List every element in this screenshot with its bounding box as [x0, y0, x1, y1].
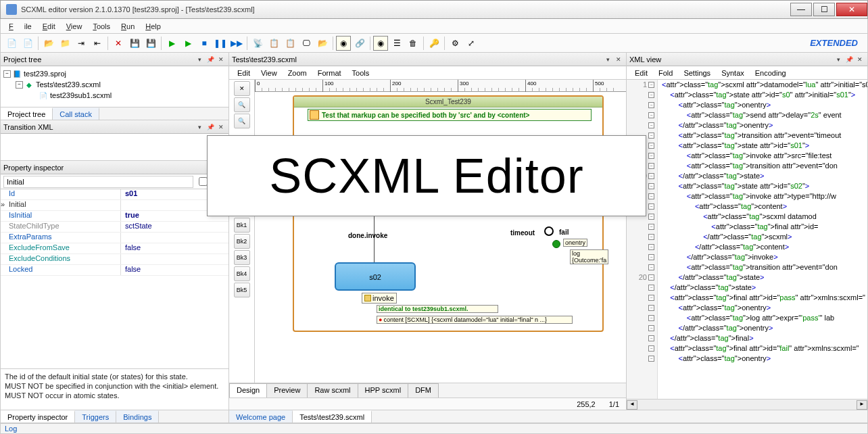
prop-key-initial[interactable]: Initial — [1, 200, 121, 210]
xml-editor[interactable]: 1−−−−−−−−−10−−−−−−−−−−20−−−−−−−−− <attr"… — [627, 80, 867, 399]
panel-dropdown-icon[interactable]: ▾ — [834, 55, 843, 64]
tab-triggers[interactable]: Triggers — [75, 410, 116, 423]
tab-current-file[interactable]: Tests\test239.scxml — [293, 410, 372, 423]
menu-run[interactable]: Run — [116, 21, 140, 32]
new-project-icon[interactable]: 📄 — [4, 36, 19, 51]
save-all-icon[interactable]: 💾 — [143, 36, 158, 51]
stop-icon[interactable]: ■ — [197, 36, 212, 51]
state-s02[interactable]: s02 — [335, 262, 416, 291]
log-tab[interactable]: Log — [0, 423, 868, 434]
maximize-button[interactable]: ☐ — [813, 3, 835, 16]
antenna-icon[interactable]: 📡 — [250, 36, 265, 51]
invoke-s02[interactable]: invoke — [362, 293, 397, 304]
tab-dfm[interactable]: DFM — [408, 383, 439, 397]
menu-help[interactable]: Help — [140, 21, 166, 32]
screen-icon[interactable]: 🖵 — [299, 36, 314, 51]
pause-icon[interactable]: ❚❚ — [213, 36, 228, 51]
annot-identical[interactable]: identical to test239sub1.scxml. — [377, 305, 498, 313]
folder-open-icon[interactable]: 📂 — [315, 36, 330, 51]
link-icon[interactable]: 🔗 — [352, 36, 367, 51]
menu-file[interactable]: File — [3, 21, 37, 32]
bookmark-2[interactable]: Bk2 — [234, 234, 250, 249]
xml-code-body[interactable]: <attr">class="tag">scxml attr">datamodel… — [658, 80, 867, 399]
search-icon[interactable]: 🔍 — [234, 97, 250, 112]
panel-pin-icon[interactable]: 📌 — [206, 122, 215, 132]
scroll-left-icon[interactable]: ◄ — [627, 400, 637, 410]
property-filter-input[interactable] — [3, 176, 193, 188]
export-icon[interactable]: ⇤ — [90, 36, 105, 51]
panel-pin-icon[interactable]: 📌 — [844, 55, 854, 64]
tab-bindings[interactable]: Bindings — [116, 410, 159, 423]
import-icon[interactable]: ⇥ — [74, 36, 89, 51]
xmenu-settings[interactable]: Settings — [678, 68, 716, 78]
filter-checkbox[interactable] — [199, 177, 208, 186]
tab-call-stack[interactable]: Call stack — [53, 107, 99, 120]
xmenu-fold[interactable]: Fold — [653, 68, 678, 78]
tab-welcome[interactable]: Welcome page — [229, 410, 293, 423]
property-grid[interactable]: Ids01 Initial IsInitialtrue StateChildTy… — [1, 189, 228, 369]
xmenu-encoding[interactable]: Encoding — [750, 68, 792, 78]
prop-val-excond[interactable] — [121, 254, 228, 264]
prop-key-exsave[interactable]: ExcludeFromSave — [1, 243, 121, 254]
center-icon[interactable]: ◉ — [336, 36, 351, 51]
bookmark-1[interactable]: Bk1 — [234, 218, 250, 233]
open-icon[interactable]: 📂 — [41, 36, 56, 51]
prop-val-sct[interactable]: sctState — [121, 222, 228, 232]
dmenu-view[interactable]: View — [256, 68, 283, 78]
xml-hscroll[interactable]: ◄ ► — [627, 399, 867, 410]
tree-item[interactable]: Tests\test239.scxml — [36, 80, 101, 89]
tab-hpp-scxml[interactable]: HPP scxml — [358, 383, 409, 397]
bookmark-5[interactable]: Bk5 — [234, 283, 250, 297]
prop-val-locked[interactable]: false — [121, 265, 228, 275]
trash-icon[interactable]: 🗑 — [406, 36, 420, 51]
tree-root[interactable]: test239.sproj — [24, 70, 66, 78]
prop-key-id[interactable]: Id — [1, 189, 121, 199]
save-icon[interactable]: 💾 — [127, 36, 142, 51]
step-icon[interactable]: ▶▶ — [229, 36, 244, 51]
key-icon[interactable]: 🔑 — [427, 36, 441, 51]
annot-content[interactable]: content [SCXML] {<scxml datamodel="lua" … — [377, 316, 573, 324]
panel-pin-icon[interactable]: 📌 — [206, 55, 215, 64]
close-button[interactable]: ✕ — [836, 3, 867, 16]
new-file-icon[interactable]: 📄 — [20, 36, 35, 51]
tab-project-tree[interactable]: Project tree — [1, 107, 53, 120]
panel-close-icon[interactable]: ✕ — [614, 55, 623, 64]
prop-key-excond[interactable]: ExcludeConditions — [1, 254, 121, 264]
dmenu-format[interactable]: Format — [312, 68, 347, 78]
prop-key-extra[interactable]: ExtraParams — [1, 233, 121, 243]
prop-key-sct[interactable]: StateChildType — [1, 222, 121, 232]
dmenu-zoom[interactable]: Zoom — [283, 68, 312, 78]
stack-icon[interactable]: ☰ — [389, 36, 404, 51]
scroll-right-icon[interactable]: ► — [857, 400, 867, 410]
prop-val-exsave[interactable]: false — [121, 243, 228, 254]
close-x-icon[interactable]: ✕ — [234, 81, 250, 96]
annot-log[interactable]: log {Outcome:'fa — [570, 249, 608, 264]
panel-close-icon[interactable]: ✕ — [855, 55, 865, 64]
dmenu-edit[interactable]: Edit — [232, 68, 256, 78]
annot-onentry[interactable]: onentry — [563, 239, 587, 247]
xmenu-syntax[interactable]: Syntax — [716, 68, 750, 78]
tree-item[interactable]: test239sub1.scxml — [50, 91, 112, 99]
center2-icon[interactable]: ◉ — [373, 36, 388, 51]
fail-final-state[interactable] — [544, 226, 554, 236]
run-icon[interactable]: ▶ — [164, 36, 179, 51]
prop-key-locked[interactable]: Locked — [1, 265, 121, 275]
prop-val-extra[interactable] — [121, 233, 228, 243]
transition-xml-body[interactable] — [1, 134, 228, 161]
bookmark-4[interactable]: Bk4 — [234, 266, 250, 281]
xmenu-edit[interactable]: Edit — [629, 68, 653, 78]
tab-raw-scxml[interactable]: Raw scxml — [307, 383, 358, 397]
tab-preview[interactable]: Preview — [266, 383, 308, 397]
copy-icon[interactable]: 📋 — [266, 36, 281, 51]
prop-key-isinitial[interactable]: IsInitial — [1, 211, 121, 221]
paste-icon[interactable]: 📋 — [283, 36, 297, 51]
menu-tools[interactable]: Tools — [87, 21, 116, 32]
tab-property-inspector[interactable]: Property inspector — [1, 410, 75, 423]
delete-icon[interactable]: ✕ — [111, 36, 126, 51]
tune-icon[interactable]: ⚙ — [448, 36, 462, 51]
panel-close-icon[interactable]: ✕ — [216, 55, 226, 64]
search2-icon[interactable]: 🔍 — [234, 114, 250, 128]
project-tree[interactable]: −📘test239.sproj −◆Tests\test239.scxml 📄t… — [1, 66, 228, 107]
tab-design[interactable]: Design — [229, 383, 267, 397]
minimize-button[interactable]: — — [790, 3, 812, 16]
